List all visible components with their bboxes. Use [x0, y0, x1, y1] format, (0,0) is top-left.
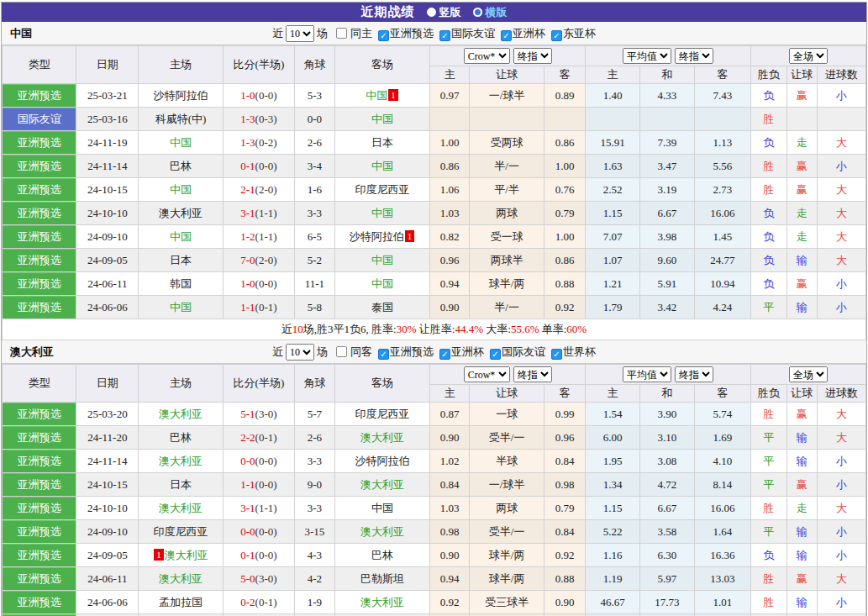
competition-checkbox[interactable]: ✓: [551, 349, 562, 360]
same-venue-label[interactable]: 同主: [350, 26, 372, 41]
away-team[interactable]: 泰国: [334, 296, 430, 319]
away-team[interactable]: 澳大利亚: [334, 520, 430, 544]
result-handicap: 赢: [786, 272, 818, 296]
avg-home: 1.15: [586, 497, 640, 520]
competition-label[interactable]: 亚洲预选: [390, 345, 434, 358]
away-team[interactable]: 印度尼西亚: [334, 178, 430, 202]
away-team[interactable]: 中国: [334, 497, 430, 520]
competition-label[interactable]: 国际友谊: [451, 27, 495, 39]
home-team[interactable]: 澳大利亚: [139, 567, 223, 591]
away-team[interactable]: 日本: [334, 131, 430, 155]
match-type-badge: 亚洲预选: [3, 155, 76, 177]
home-team[interactable]: 中国: [139, 178, 223, 202]
competition-label[interactable]: 亚洲杯: [451, 345, 484, 358]
team-name: 澳大利亚: [159, 408, 203, 420]
col-avg-draw: 和: [640, 385, 695, 403]
competition-checkbox[interactable]: ✓: [439, 349, 450, 360]
avg-away: 7.43: [694, 84, 750, 108]
match-count-select[interactable]: 10: [286, 344, 314, 361]
col-avg-away: 客: [694, 66, 750, 84]
period-select[interactable]: 全场: [789, 366, 828, 382]
odds-away: 0.98: [544, 473, 586, 497]
competition-checkbox[interactable]: ✓: [551, 30, 562, 41]
home-team[interactable]: 日本: [139, 249, 223, 272]
odds-handicap: 球半/两: [470, 272, 544, 296]
away-team[interactable]: 中国: [334, 272, 430, 296]
away-team[interactable]: 印度尼西亚: [334, 403, 430, 426]
away-team[interactable]: 澳大利亚: [334, 426, 430, 450]
layout-radio-vertical[interactable]: 竖版: [427, 5, 461, 20]
away-team[interactable]: 澳大利亚: [334, 473, 430, 497]
avg-draw: 7.39: [640, 131, 695, 155]
competition-label[interactable]: 国际友谊: [502, 345, 545, 358]
bookmaker-select[interactable]: Crow*: [464, 48, 510, 64]
avg-time-select[interactable]: 终指: [675, 366, 713, 382]
competition-label[interactable]: 世界杯: [563, 345, 596, 358]
home-team[interactable]: 中国: [139, 131, 223, 155]
home-team[interactable]: 1澳大利亚: [139, 544, 223, 567]
odds-time-select[interactable]: 终指: [513, 48, 552, 64]
col-handicap-result: 让球: [786, 66, 818, 84]
team-name: 日本: [170, 254, 192, 266]
home-team[interactable]: 中国: [139, 296, 223, 319]
home-team[interactable]: 巴林: [139, 155, 223, 178]
competition-checkbox[interactable]: ✓: [378, 349, 389, 360]
match-date: 24-09-10: [76, 225, 139, 249]
radio-selected-icon[interactable]: [427, 8, 436, 17]
fulltime-score: 1-3: [240, 136, 255, 149]
competition-checkbox[interactable]: ✓: [378, 30, 389, 41]
away-team[interactable]: 中国: [334, 155, 430, 178]
home-team[interactable]: 印度尼西亚: [139, 520, 223, 544]
competition-checkbox[interactable]: ✓: [501, 30, 512, 41]
away-team[interactable]: 澳大利亚: [334, 591, 430, 614]
result-handicap: 输: [786, 591, 818, 614]
competition-label[interactable]: 东亚杯: [563, 27, 596, 39]
home-team[interactable]: 中国: [139, 225, 223, 249]
away-team[interactable]: 中国: [334, 202, 430, 225]
average-select[interactable]: 平均值: [623, 48, 671, 64]
away-team[interactable]: 沙特阿拉伯: [334, 450, 430, 473]
away-team[interactable]: 沙特阿拉伯1: [334, 225, 430, 249]
home-team[interactable]: 沙特阿拉伯: [139, 84, 223, 108]
section-filter-row: 澳大利亚 近 10 场 同客 ✓亚洲预选✓亚洲杯✓国际友谊✓世界杯: [2, 340, 866, 364]
same-venue-checkbox[interactable]: [336, 346, 347, 357]
away-team[interactable]: 中国: [334, 249, 430, 272]
away-team[interactable]: 中国: [334, 108, 430, 131]
away-team[interactable]: 中国1: [334, 84, 430, 108]
bookmaker-select[interactable]: Crow*: [464, 366, 510, 382]
match-type-cell: 亚洲预选: [3, 202, 76, 225]
radio-label[interactable]: 竖版: [439, 5, 461, 20]
home-team[interactable]: 澳大利亚: [139, 403, 223, 426]
home-team[interactable]: 澳大利亚: [139, 450, 223, 473]
layout-radio-horizontal[interactable]: 横版: [473, 5, 508, 20]
away-team[interactable]: 巴林: [334, 544, 430, 567]
competition-label[interactable]: 亚洲预选: [390, 27, 434, 39]
away-team[interactable]: 巴勒斯坦: [334, 567, 430, 591]
average-select[interactable]: 平均值: [623, 366, 671, 382]
col-corner: 角球: [295, 46, 335, 84]
radio-label[interactable]: 横版: [486, 5, 508, 20]
odds-time-select[interactable]: 终指: [513, 366, 552, 382]
competition-checkbox[interactable]: ✓: [439, 30, 450, 41]
competition-checkbox[interactable]: ✓: [490, 349, 501, 360]
halftime-score: (0-3): [255, 113, 277, 125]
col-date: 日期: [76, 365, 139, 403]
home-team[interactable]: 科威特(中): [139, 108, 223, 131]
avg-time-select[interactable]: 终指: [675, 48, 713, 64]
home-team[interactable]: 澳大利亚: [139, 497, 223, 520]
home-team[interactable]: 韩国: [139, 272, 223, 296]
competition-label[interactable]: 亚洲杯: [513, 27, 545, 39]
match-count-select[interactable]: 10: [286, 25, 314, 42]
result-winlose: 平: [750, 473, 786, 497]
period-select[interactable]: 全场: [789, 48, 828, 64]
same-venue-checkbox[interactable]: [336, 28, 347, 39]
home-team[interactable]: 巴林: [139, 426, 223, 450]
radio-unselected-icon[interactable]: [473, 8, 482, 17]
same-venue-label[interactable]: 同客: [350, 345, 372, 360]
match-type-badge: 亚洲预选: [3, 296, 76, 319]
home-team[interactable]: 孟加拉国: [139, 591, 223, 614]
result-handicap: 走: [786, 202, 818, 225]
home-team[interactable]: 日本: [139, 473, 223, 497]
home-team[interactable]: 澳大利亚: [139, 202, 223, 225]
table-row: 亚洲预选 24-11-14 澳大利亚 0-0(0-0) 3-3 沙特阿拉伯 1.…: [3, 450, 866, 473]
